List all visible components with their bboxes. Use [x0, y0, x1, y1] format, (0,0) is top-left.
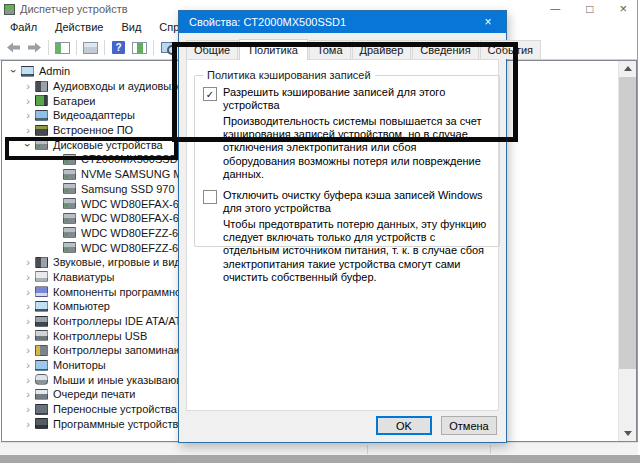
disk-drive-icon	[63, 183, 76, 194]
toolbar-separator	[48, 40, 49, 55]
scroll-up-icon[interactable]	[619, 61, 636, 76]
chevron-right-icon[interactable]: ›	[22, 110, 34, 120]
ide-controller-icon	[35, 316, 48, 327]
console-tree-button[interactable]	[52, 39, 73, 57]
action-pane-icon	[132, 42, 147, 54]
battery-icon	[35, 95, 48, 106]
window-bottom-edge	[0, 455, 640, 463]
annotation-box-policy-tab	[172, 42, 518, 142]
video-icon	[35, 110, 48, 121]
disk-drive-icon	[63, 242, 76, 253]
menu-item-вид[interactable]: Вид	[112, 19, 150, 35]
chevron-right-icon[interactable]: ›	[22, 331, 34, 341]
disk-drive-icon	[63, 227, 76, 238]
close-button[interactable]: ×	[619, 4, 627, 14]
tree-item-label: Переносные устройства	[53, 403, 177, 415]
monitor-icon	[35, 360, 48, 371]
statusbar-divider	[490, 445, 491, 454]
keyboard-icon	[35, 271, 48, 282]
tree-item-label: Видеоадаптеры	[53, 109, 135, 121]
chevron-right-icon[interactable]: ›	[22, 257, 34, 267]
disk-drive-icon	[63, 213, 76, 224]
tree-item-label: Программные устройства	[53, 418, 184, 430]
chevron-right-icon[interactable]: ›	[22, 419, 34, 429]
disable-flush-row: Отключить очистку буфера кэша записей Wi…	[203, 189, 491, 215]
tree-item-label: Компоненты программного	[53, 286, 191, 298]
sound-icon	[35, 257, 48, 268]
tree-item-label: Батареи	[53, 95, 96, 107]
disable-flush-description: Чтобы предотвратить потерю данных, эту ф…	[223, 218, 491, 284]
menu-item-файл[interactable]: Файл	[1, 19, 46, 35]
device-manager-icon	[4, 4, 15, 15]
chevron-right-icon[interactable]: ›	[22, 316, 34, 326]
usb-controller-icon	[35, 330, 48, 341]
chevron-right-icon[interactable]: ›	[22, 272, 34, 282]
chevron-down-icon[interactable]: ›	[9, 65, 19, 77]
dialog-title: Свойства: CT2000MX500SSD1	[189, 16, 346, 28]
forward-button[interactable]	[24, 39, 45, 57]
portable-device-icon	[35, 404, 48, 415]
chevron-right-icon[interactable]: ›	[22, 375, 34, 385]
tree-item-label: Контроллеры USB	[53, 330, 147, 342]
status-bar	[0, 442, 638, 455]
tree-item-label: Мониторы	[53, 359, 106, 371]
statusbar-divider	[367, 445, 368, 454]
scrollbar-thumb[interactable]	[619, 77, 636, 369]
tree-item-label: Контроллеры IDE ATA/ATAPI	[53, 315, 198, 327]
scroll-down-icon[interactable]	[619, 426, 636, 441]
back-button[interactable]	[3, 39, 24, 57]
computer-icon	[21, 66, 34, 77]
maximize-button[interactable]: □	[586, 4, 593, 14]
dialog-close-icon[interactable]: ×	[470, 11, 506, 33]
minimize-button[interactable]: —	[550, 4, 560, 14]
tree-item-label: Очереди печати	[53, 388, 136, 400]
toolbar-separator	[153, 40, 154, 55]
help-icon: ?	[112, 41, 125, 54]
disable-flush-checkbox[interactable]	[203, 190, 217, 204]
tree-item-label: Admin	[39, 65, 70, 77]
chevron-right-icon[interactable]: ›	[22, 345, 34, 355]
dialog-title-bar: Свойства: CT2000MX500SSD1 ×	[179, 11, 506, 33]
tree-item-label: Звуковые, игровые и видеоу	[53, 256, 198, 268]
disk-drive-icon	[63, 198, 76, 209]
software-component-icon	[35, 286, 48, 297]
print-queue-icon	[35, 389, 48, 400]
chevron-right-icon[interactable]: ›	[22, 96, 34, 106]
menu-item-действие[interactable]: Действие	[46, 19, 112, 35]
toolbar-separator	[104, 40, 105, 55]
software-device-icon	[35, 418, 48, 429]
tree-item-label: Мыши и иные указывающи	[53, 374, 191, 386]
audio-icon	[35, 81, 48, 92]
mouse-icon	[35, 374, 48, 385]
chevron-right-icon[interactable]: ›	[22, 404, 34, 414]
action-pane-button[interactable]	[129, 39, 150, 57]
dialog-buttons: OK Отмена	[376, 416, 497, 435]
disk-drive-icon	[63, 169, 76, 180]
chevron-right-icon[interactable]: ›	[22, 125, 34, 135]
chevron-right-icon[interactable]: ›	[22, 389, 34, 399]
window-title: Диспетчер устройств	[20, 3, 128, 15]
properties-button[interactable]	[80, 39, 101, 57]
tree-item-label: Компьютер	[53, 300, 110, 312]
toolbar-separator	[76, 40, 77, 55]
computer-category-icon	[35, 301, 48, 312]
help-button[interactable]: ?	[108, 39, 129, 57]
cancel-button[interactable]: Отмена	[441, 416, 497, 435]
chevron-right-icon[interactable]: ›	[22, 287, 34, 297]
tree-item-label: Встроенное ПО	[53, 124, 133, 136]
ok-button[interactable]: OK	[376, 416, 432, 435]
chevron-right-icon[interactable]: ›	[22, 360, 34, 370]
properties-icon	[83, 42, 98, 54]
storage-controller-icon	[35, 345, 48, 356]
chevron-right-icon[interactable]: ›	[22, 301, 34, 311]
disable-flush-label: Отключить очистку буфера кэша записей Wi…	[223, 189, 485, 215]
annotation-box-disk-devices	[5, 137, 178, 160]
tree-item-label: Клавиатуры	[53, 271, 114, 283]
firmware-icon	[35, 125, 48, 136]
tree-scrollbar[interactable]	[618, 61, 636, 441]
console-tree-icon	[55, 42, 70, 54]
chevron-right-icon[interactable]: ›	[22, 81, 34, 91]
tree-item-label: Контроллеры запоминающи	[53, 344, 197, 356]
